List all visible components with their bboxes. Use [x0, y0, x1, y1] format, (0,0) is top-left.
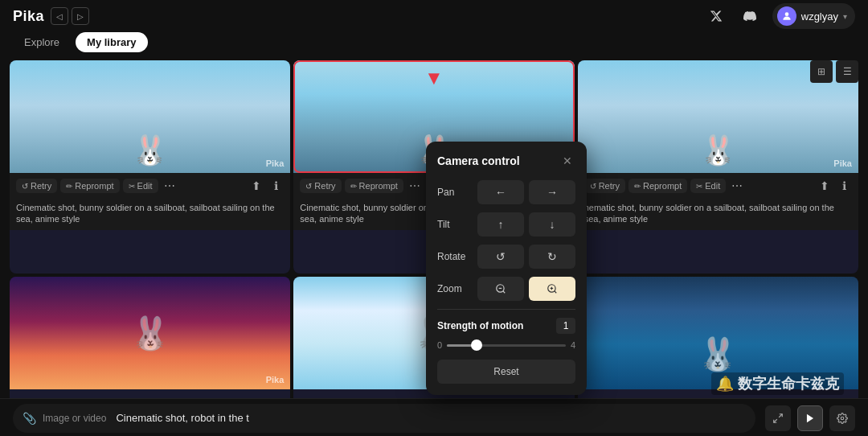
pika-watermark: Pika	[833, 158, 852, 168]
thumbnail: 🐰 Pika	[10, 277, 290, 389]
pan-left-button[interactable]: ←	[477, 180, 524, 204]
tilt-up-button[interactable]: ↑	[477, 212, 524, 237]
svg-point-11	[841, 417, 844, 420]
share-icon[interactable]: ⬆	[248, 178, 264, 194]
svg-line-9	[774, 419, 777, 422]
back-icon[interactable]: ◁	[51, 7, 68, 25]
close-popup-button[interactable]: ✕	[559, 153, 575, 169]
slider-thumb[interactable]	[471, 339, 482, 351]
rotate-cw-button[interactable]: ↻	[529, 245, 575, 269]
topbar-left: Pika ◁ ▷	[13, 7, 89, 25]
card-description: Cinematic shot, bunny soldier on a sailb…	[10, 199, 290, 230]
edit-icon: ✂	[129, 182, 135, 191]
retry-button[interactable]: ↺Retry	[300, 179, 341, 193]
list-view-button[interactable]: ☰	[836, 60, 858, 83]
prompt-input[interactable]	[116, 412, 746, 424]
zoom-in-button[interactable]	[529, 277, 575, 301]
tab-explore[interactable]: Explore	[13, 32, 71, 52]
edit-icon: ✂	[696, 182, 702, 191]
retry-icon: ↺	[22, 182, 28, 191]
main-content: ⊞ ☰ 🐰 Pika ↺Retry ✏Reprompt ✂Edit ⋯ ⬆ ℹ …	[0, 57, 868, 436]
slider-row: 0 4	[437, 340, 575, 350]
svg-line-2	[503, 291, 506, 294]
discord-icon[interactable]	[739, 5, 761, 27]
tilt-down-button[interactable]: ↓	[529, 212, 575, 237]
retry-icon: ↺	[590, 182, 596, 191]
red-arrow-indicator: ▼	[424, 67, 444, 89]
pan-row: Pan ← →	[437, 180, 575, 204]
reset-button[interactable]: Reset	[437, 360, 575, 384]
character-figure: 🐰	[130, 315, 170, 352]
reprompt-icon: ✏	[634, 182, 641, 191]
video-mode-button[interactable]	[797, 405, 823, 431]
app-logo: Pika	[13, 8, 44, 25]
wechat-watermark: 🔔 数字生命卡兹克	[711, 372, 844, 395]
strength-header: Strength of motion 1	[437, 318, 575, 334]
zoom-label: Zoom	[437, 283, 477, 294]
svg-line-8	[779, 413, 782, 417]
more-button[interactable]: ⋯	[407, 178, 423, 194]
topbar-icons: ◁ ▷	[51, 7, 89, 25]
tilt-buttons: ↑ ↓	[477, 212, 575, 237]
username: wzglyay	[801, 10, 838, 23]
tab-my-library[interactable]: My library	[76, 32, 147, 52]
card-actions: ↺Retry ✏Reprompt ✂Edit ⋯ ⬆ ℹ	[578, 173, 858, 199]
bottom-actions	[765, 405, 855, 431]
settings-button[interactable]	[829, 405, 855, 431]
reprompt-button[interactable]: ✏Reprompt	[628, 179, 687, 193]
pan-label: Pan	[437, 187, 477, 198]
rotate-buttons: ↺ ↻	[477, 245, 575, 269]
character-figure: 🐰	[698, 335, 738, 373]
zoom-out-button[interactable]	[477, 277, 524, 301]
divider	[437, 309, 575, 310]
video-card: 🐰 Pika ↺Retry ✏Reprompt ✂Edit ⋯ ⬆ ℹ nema…	[578, 60, 858, 274]
twitter-icon[interactable]	[705, 5, 727, 27]
retry-button[interactable]: ↺Retry	[584, 179, 625, 193]
chevron-down-icon: ▾	[843, 12, 847, 21]
strength-label: Strength of motion	[437, 320, 523, 331]
card-description: nematic shot, bunny soldier on a sailboa…	[578, 199, 858, 230]
info-icon[interactable]: ℹ	[836, 178, 852, 194]
rotate-ccw-button[interactable]: ↺	[477, 245, 524, 269]
slider-min: 0	[437, 340, 442, 350]
svg-point-0	[784, 12, 788, 16]
more-button[interactable]: ⋯	[162, 178, 178, 194]
svg-line-5	[555, 291, 557, 294]
card-actions: ↺Retry ✏Reprompt ✂Edit ⋯ ⬆ ℹ	[10, 173, 290, 199]
retry-icon: ↺	[305, 182, 312, 191]
grid-controls: ⊞ ☰	[810, 60, 858, 83]
forward-icon[interactable]: ▷	[72, 7, 89, 25]
slider-track[interactable]	[447, 344, 566, 347]
user-menu[interactable]: wzglyay ▾	[772, 3, 855, 29]
prompt-input-area: 📎 Image or video	[13, 404, 755, 433]
svg-marker-10	[807, 413, 813, 422]
expand-button[interactable]	[765, 405, 791, 431]
slider-max: 4	[571, 340, 575, 350]
attach-label: Image or video	[43, 413, 106, 424]
reprompt-icon: ✏	[66, 182, 72, 191]
bunny-figure: 🐰	[700, 136, 736, 165]
pika-watermark: Pika	[266, 158, 285, 168]
avatar	[777, 6, 796, 26]
topbar: Pika ◁ ▷ wzglyay ▾	[0, 0, 868, 32]
strength-value: 1	[556, 318, 575, 334]
edit-button[interactable]: ✂Edit	[123, 179, 158, 193]
zoom-buttons	[477, 277, 575, 301]
bottom-bar: 📎 Image or video	[0, 398, 868, 436]
thumbnail: 🐰 Pika	[10, 60, 290, 173]
retry-button[interactable]: ↺Retry	[16, 179, 57, 193]
tilt-row: Tilt ↑ ↓	[437, 212, 575, 237]
more-button[interactable]: ⋯	[729, 178, 745, 194]
rotate-row: Rotate ↺ ↻	[437, 245, 575, 269]
grid-view-button[interactable]: ⊞	[810, 60, 833, 83]
pan-right-button[interactable]: →	[529, 180, 575, 204]
attach-icon[interactable]: 📎	[23, 412, 36, 425]
share-icon[interactable]: ⬆	[817, 178, 833, 194]
edit-button[interactable]: ✂Edit	[690, 179, 726, 193]
camera-control-popup: Camera control ✕ Pan ← → Tilt ↑ ↓ Rotate…	[426, 142, 587, 395]
bunny-figure: 🐰	[132, 136, 168, 165]
reprompt-button[interactable]: ✏Reprompt	[345, 179, 403, 193]
info-icon[interactable]: ℹ	[268, 178, 284, 194]
topbar-right: wzglyay ▾	[705, 3, 855, 29]
reprompt-button[interactable]: ✏Reprompt	[60, 179, 119, 193]
